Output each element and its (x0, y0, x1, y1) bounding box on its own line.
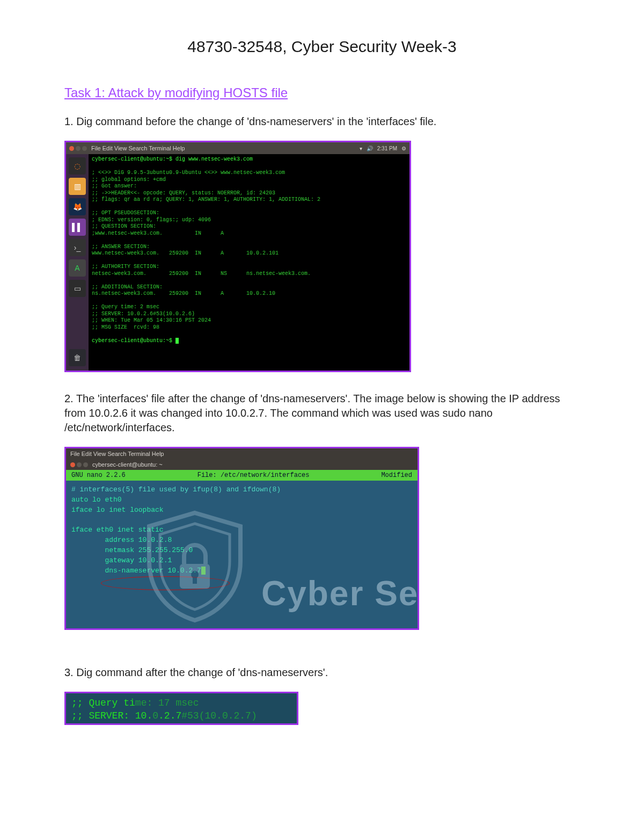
screenshot-3-frame: ;; Query time: 17 msec ;; SERVER: 10.0.2… (64, 692, 298, 725)
page-title: 48730-32548, Cyber Security Week-3 (64, 38, 580, 56)
document-page: 48730-32548, Cyber Security Week-3 Task … (0, 0, 644, 834)
prompt-line-1: cybersec-client@ubuntu:~$ dig www.netsec… (92, 156, 253, 162)
nano-version: GNU nano 2.2.6 (71, 472, 126, 479)
files-icon: ▥ (69, 178, 86, 195)
cursor-icon (175, 338, 179, 344)
paragraph-3: 3. Dig command after the change of 'dns-… (64, 665, 580, 680)
nano-modified-flag: Modified (381, 472, 412, 479)
nano-editor-body: # interfaces(5) file used by ifup(8) and… (66, 481, 418, 628)
wifi-icon: ▾ (360, 146, 362, 151)
svg-rect-2 (193, 576, 197, 584)
paragraph-1: 1. Dig command before the change of 'dns… (64, 114, 580, 129)
nano-cursor-icon (201, 567, 206, 575)
software-updater-icon: A (69, 259, 86, 277)
nano-file-path: File: /etc/network/interfaces (197, 472, 310, 479)
screenshot-2-frame: File Edit View Search Terminal Help cybe… (64, 447, 419, 630)
dig-output: ; <<>> DiG 9.9.5-3ubuntu0.9-Ubuntu <<>> … (92, 170, 320, 330)
sound-icon: 🔊 (367, 146, 373, 151)
screenshot-2: File Edit View Search Terminal Help cybe… (66, 448, 418, 628)
prompt-line-2: cybersec-client@ubuntu:~$ (92, 338, 175, 344)
screenshot-1-frame: File Edit View Search Terminal Help ▾ 🔊 … (64, 141, 411, 372)
s3-line1a: ;; Query ti (71, 698, 135, 708)
terminal-output: cybersec-client@ubuntu:~$ dig www.netsec… (89, 154, 409, 371)
screenshot-3: ;; Query time: 17 msec ;; SERVER: 10.0.2… (66, 693, 297, 723)
clock: 2:31 PM (377, 146, 397, 151)
s3-line2b-faded: 0 (152, 710, 158, 721)
tab-bar: cybersec-client@ubuntu: ~ (66, 459, 418, 470)
settings-icon: ▭ (69, 280, 86, 297)
terminal-icon: ›_ (69, 239, 86, 256)
task-heading: Task 1: Attack by modifying HOSTS file (64, 85, 580, 100)
tab-title: cybersec-client@ubuntu: ~ (92, 461, 163, 468)
watermark-text: Cyber Sec (261, 569, 418, 619)
maximize-icon (82, 146, 87, 151)
nano-status-bar: GNU nano 2.2.6 File: /etc/network/interf… (66, 470, 418, 481)
firefox-icon: 🦊 (69, 198, 86, 215)
purple-app-icon: ▌▌ (69, 219, 86, 236)
window-titlebar: File Edit View Search Terminal Help ▾ 🔊 … (66, 142, 409, 154)
trash-icon: 🗑 (69, 349, 86, 366)
nano-comment: # interfaces(5) file used by ifup(8) and… (71, 485, 281, 494)
minimize-icon (77, 462, 82, 467)
highlight-ellipse (101, 576, 230, 590)
unity-launcher: ◌ ▥ 🦊 ▌▌ ›_ A ▭ 🗑 (66, 154, 89, 371)
s3-line2a: ;; SERVER: 10. (71, 710, 152, 721)
window-controls (69, 146, 87, 151)
menubar-2: File Edit View Search Terminal Help (66, 448, 418, 459)
maximize-icon (83, 462, 88, 467)
s3-line2c: #53(10.0.2.7) (181, 710, 257, 721)
screenshot-1: File Edit View Search Terminal Help ▾ 🔊 … (66, 142, 409, 371)
s3-line1b: me: 17 msec (135, 698, 199, 708)
window-controls-2 (70, 462, 88, 467)
menubar-text: File Edit View Search Terminal Help (91, 145, 185, 151)
close-icon (69, 146, 74, 151)
s3-line2b: .2.7 (158, 710, 181, 721)
close-icon (70, 462, 75, 467)
paragraph-2: 2. The 'interfaces' file after the chang… (64, 391, 580, 435)
menubar-2-text: File Edit View Search Terminal Help (70, 451, 164, 457)
ubuntu-dash-icon: ◌ (69, 157, 86, 175)
minimize-icon (76, 146, 80, 151)
nano-config-lines: auto lo eth0 iface lo inet loopback ifac… (71, 496, 201, 575)
gear-icon: ⚙ (401, 146, 406, 151)
